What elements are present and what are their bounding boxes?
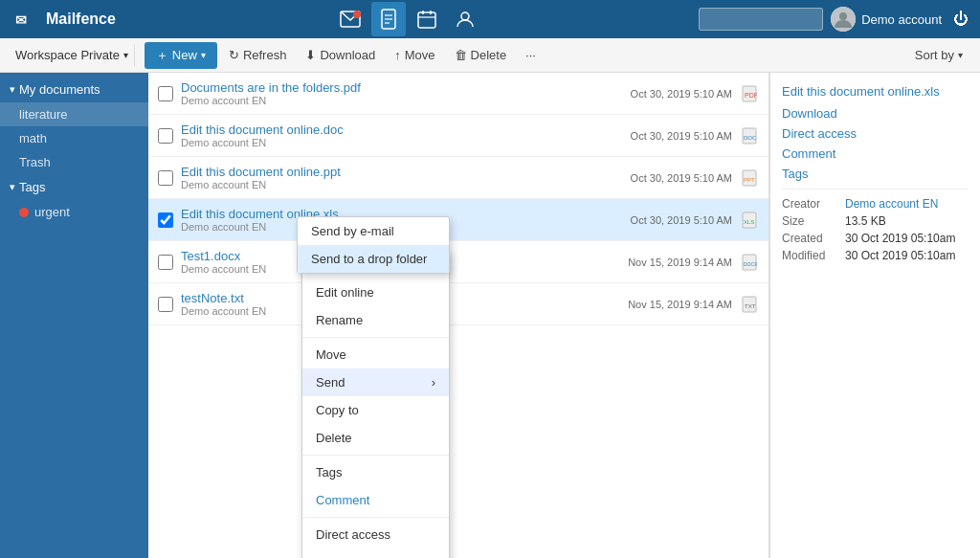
chevron-right-icon: › bbox=[432, 375, 435, 390]
more-button[interactable]: ··· bbox=[518, 43, 544, 67]
chevron-down-icon: ▾ bbox=[10, 181, 15, 193]
search-input[interactable] bbox=[699, 8, 823, 31]
sidebar-my-documents[interactable]: ▾ My documents bbox=[0, 77, 148, 102]
context-menu-edit-online[interactable]: Edit online bbox=[302, 279, 449, 306]
panel-created-label: Created bbox=[782, 232, 839, 245]
nav-documents-icon[interactable] bbox=[371, 2, 406, 36]
sidebar-item-trash[interactable]: Trash bbox=[0, 150, 148, 174]
file-checkbox[interactable] bbox=[158, 297, 173, 312]
move-label: Move bbox=[405, 48, 435, 62]
file-checkbox[interactable] bbox=[158, 170, 173, 186]
context-menu-copy-to[interactable]: Copy to bbox=[302, 396, 449, 424]
file-list: Documents are in the folders.pdf Demo ac… bbox=[148, 73, 769, 558]
submenu-send-email[interactable]: Send by e-mail bbox=[298, 217, 449, 245]
plus-icon: ＋ bbox=[156, 47, 168, 64]
svg-text:DOCX: DOCX bbox=[744, 261, 757, 267]
context-menu-share-groups[interactable]: Share with groups bbox=[302, 548, 449, 558]
panel-filename: Edit this document online.xls bbox=[782, 84, 969, 99]
refresh-label: Refresh bbox=[243, 48, 287, 62]
move-button[interactable]: ↑ Move bbox=[387, 43, 442, 67]
nav-contacts-icon[interactable] bbox=[448, 2, 482, 36]
file-date: Oct 30, 2019 5:10 AM bbox=[631, 172, 732, 184]
panel-divider bbox=[782, 189, 969, 190]
context-menu-delete[interactable]: Delete bbox=[302, 424, 449, 452]
file-date: Oct 30, 2019 5:10 AM bbox=[631, 214, 732, 226]
delete-button[interactable]: 🗑 Delete bbox=[447, 43, 515, 67]
context-menu-divider bbox=[302, 517, 449, 518]
panel-meta-modified: Modified 30 Oct 2019 05:10am bbox=[782, 249, 969, 262]
nav-email-icon[interactable] bbox=[333, 2, 368, 36]
context-menu-comment[interactable]: Comment bbox=[302, 486, 449, 514]
account-button[interactable]: Demo account bbox=[831, 7, 942, 32]
file-info: Edit this document online.doc Demo accou… bbox=[181, 123, 621, 148]
nav-right-area: Demo account ⏻ bbox=[699, 7, 969, 32]
file-checkbox[interactable] bbox=[158, 128, 173, 144]
file-checkbox[interactable] bbox=[158, 86, 173, 101]
refresh-button[interactable]: ↻ Refresh bbox=[221, 43, 295, 67]
refresh-icon: ↻ bbox=[229, 48, 239, 62]
workspace-label: Workspace Private bbox=[15, 48, 120, 62]
file-row[interactable]: Edit this document online.ppt Demo accou… bbox=[148, 157, 768, 199]
file-row-selected[interactable]: Edit this document online.xls Demo accou… bbox=[148, 199, 768, 241]
mailfence-logo-icon: ✉ bbox=[11, 6, 38, 33]
panel-meta-creator: Creator Demo account EN bbox=[782, 197, 969, 211]
sidebar-tag-urgent[interactable]: urgent bbox=[0, 200, 148, 224]
account-name: Demo account bbox=[861, 12, 942, 27]
file-row[interactable]: Edit this document online.doc Demo accou… bbox=[148, 115, 768, 157]
panel-creator-value: Demo account EN bbox=[845, 197, 938, 211]
sidebar: ▾ My documents literature math Trash ▾ T… bbox=[0, 73, 148, 558]
svg-rect-8 bbox=[418, 12, 435, 28]
panel-link-download[interactable]: Download bbox=[782, 106, 969, 121]
file-row[interactable]: testNote.txt Demo account EN Nov 15, 201… bbox=[148, 283, 768, 325]
panel-created-value: 30 Oct 2019 05:10am bbox=[845, 232, 955, 245]
toolbar: Workspace Private ▾ ＋ New ▾ ↻ Refresh ⬇ … bbox=[0, 38, 980, 73]
file-info: Documents are in the folders.pdf Demo ac… bbox=[181, 80, 621, 106]
svg-point-12 bbox=[461, 12, 469, 20]
workspace-selector[interactable]: Workspace Private ▾ bbox=[10, 44, 135, 66]
download-button[interactable]: ⬇ Download bbox=[298, 43, 383, 67]
file-row[interactable]: Test1.docx Demo account EN Nov 15, 2019 … bbox=[148, 241, 768, 283]
file-name: Edit this document online.doc bbox=[181, 123, 621, 137]
svg-text:XLS: XLS bbox=[744, 219, 754, 225]
file-type-icon: DOC bbox=[740, 126, 759, 145]
new-label: New bbox=[172, 48, 197, 62]
svg-point-14 bbox=[839, 12, 847, 20]
panel-creator-label: Creator bbox=[782, 197, 839, 211]
context-menu-rename[interactable]: Rename bbox=[302, 306, 449, 334]
context-menu-move[interactable]: Move bbox=[302, 341, 449, 368]
download-icon: ⬇ bbox=[305, 48, 316, 62]
context-menu-divider bbox=[302, 455, 449, 456]
file-info: Edit this document online.ppt Demo accou… bbox=[181, 165, 621, 190]
logo-area: ✉ Mailfence bbox=[11, 6, 116, 33]
panel-size-value: 13.5 KB bbox=[845, 214, 886, 228]
panel-link-tags[interactable]: Tags bbox=[782, 167, 969, 181]
file-checkbox[interactable] bbox=[158, 212, 173, 228]
file-checkbox[interactable] bbox=[158, 255, 173, 270]
sort-button[interactable]: Sort by ▾ bbox=[907, 43, 970, 67]
sidebar-my-documents-label: My documents bbox=[19, 82, 100, 97]
sidebar-item-literature[interactable]: literature bbox=[0, 102, 148, 126]
nav-calendar-icon[interactable] bbox=[410, 2, 444, 36]
file-owner: Demo account EN bbox=[181, 95, 621, 106]
svg-point-3 bbox=[353, 11, 361, 18]
power-icon[interactable]: ⏻ bbox=[953, 11, 969, 28]
panel-link-comment[interactable]: Comment bbox=[782, 146, 969, 161]
panel-link-direct-access[interactable]: Direct access bbox=[782, 126, 969, 141]
tag-urgent-label: urgent bbox=[34, 205, 70, 219]
context-menu-direct-access[interactable]: Direct access bbox=[302, 521, 449, 548]
file-date: Nov 15, 2019 9:14 AM bbox=[628, 299, 732, 310]
panel-meta-size: Size 13.5 KB bbox=[782, 214, 969, 228]
avatar bbox=[831, 7, 856, 32]
sidebar-item-math[interactable]: math bbox=[0, 126, 148, 150]
file-name: Documents are in the folders.pdf bbox=[181, 80, 621, 95]
submenu-send-drop-folder[interactable]: Send to a drop folder bbox=[298, 245, 449, 273]
download-label: Download bbox=[320, 48, 375, 62]
panel-size-label: Size bbox=[782, 214, 839, 228]
file-type-icon: PDF bbox=[740, 84, 759, 103]
file-row[interactable]: Documents are in the folders.pdf Demo ac… bbox=[148, 73, 768, 115]
new-button[interactable]: ＋ New ▾ bbox=[145, 42, 217, 69]
top-navigation: ✉ Mailfence bbox=[0, 0, 980, 38]
context-menu-tags[interactable]: Tags bbox=[302, 458, 449, 486]
context-menu-send[interactable]: Send › bbox=[302, 368, 449, 396]
sidebar-tags[interactable]: ▾ Tags bbox=[0, 174, 148, 200]
